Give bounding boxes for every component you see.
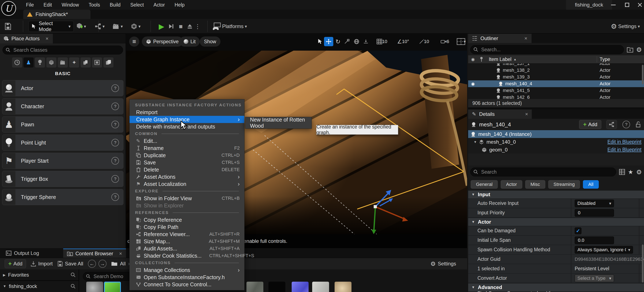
help-icon[interactable]: ? [112,193,119,201]
asset-thumbnail[interactable] [246,282,263,292]
eye-column-icon[interactable]: ◉ [471,57,475,62]
menu-item-reimport[interactable]: Reimport [130,109,244,116]
menu-select[interactable]: Select [125,0,148,10]
forward-button[interactable]: → [98,260,106,268]
camera-speed-button[interactable]: 6 [435,37,455,46]
category-geometry-icon[interactable] [80,57,91,68]
outliner-row[interactable]: mesh_141_5 Actor [468,87,644,94]
blueprints-button[interactable]: ▾ [94,21,106,31]
asset-thumbnail[interactable] [292,282,308,292]
category-volumes-icon[interactable] [92,57,102,68]
menu-item-copy-file-path[interactable]: Copy File Path [130,223,244,231]
rotation-snap-button[interactable]: ∠ 10° [393,37,413,46]
place-actor-item-pawn[interactable]: ♟ Pawn ? [2,117,124,133]
expand-arrow-icon[interactable]: ▼ [474,140,477,144]
place-actor-item-player-start[interactable]: ⚑ Player Start ? [2,153,124,169]
component-row-geom[interactable]: geom_0 Edit in Blueprint [468,146,644,153]
component-row-mesh[interactable]: ▼ mesh_140_0 Edit in Blueprint [468,138,644,146]
close-icon[interactable]: × [524,35,527,41]
favorites-row[interactable]: ▶ Favorites [0,270,78,281]
tab-fishingshack[interactable]: FishingShack* [23,10,90,19]
filter-all[interactable]: All [583,180,598,189]
menu-build[interactable]: Build [105,0,125,10]
category-vfx-icon[interactable]: ✦ [69,57,79,68]
viewport-options-button[interactable]: ≡ [129,36,139,47]
tab-output-log[interactable]: Output Log [2,249,43,258]
menu-item-shader-cook-statistics[interactable]: Shader Cook Statistics...CTRL+ALT+SHIFT+… [130,252,244,259]
details-search-input[interactable] [481,169,613,175]
menu-help[interactable]: Help [170,0,189,10]
scale-snap-button[interactable]: 10 [415,37,433,46]
search-icon[interactable] [70,272,76,278]
visibility-eye-icon[interactable]: ◉ [471,81,475,86]
outliner-row[interactable]: mesh_142_6 Actor [468,94,644,99]
stop-button[interactable]: ■ [176,21,185,31]
menu-item-asset-localization[interactable]: ⚑ Asset Localization› [130,180,244,188]
close-icon[interactable]: × [46,36,48,42]
place-actor-item-actor[interactable]: Actor ? [2,80,124,96]
edit-in-blueprint-link[interactable]: Edit in Blueprint [608,147,642,152]
import-button[interactable]: Import [31,261,53,267]
section-input[interactable]: ▼ Input [468,190,644,199]
filter-general[interactable]: General [471,180,498,189]
eject-button[interactable] [186,21,194,31]
menu-item-asset-actions[interactable]: Asset Actions› [130,173,244,180]
help-icon[interactable]: ? [112,121,119,128]
gear-icon[interactable]: ⚙ [636,168,642,176]
can-be-damaged-checkbox[interactable]: ✓ [575,227,582,234]
asset-thumbnail[interactable] [334,282,352,292]
cb-settings-button[interactable]: ⚙ Settings [430,260,456,267]
play-options-button[interactable]: ⋮ [195,21,200,31]
category-recent-icon[interactable] [12,57,22,68]
scale-tool-button[interactable] [342,37,352,46]
unlock-icon[interactable] [636,121,641,128]
menu-item-open-substanceinstancefactory[interactable]: Open SubstanceInstanceFactory.h [130,274,244,281]
place-actor-item-character[interactable]: Character ? [2,98,124,114]
submenu-item-new-instance[interactable]: New Instance of Rotten Wood [246,117,312,129]
place-actor-item-trigger-box[interactable]: Trigger Box ? [2,171,124,187]
input-priority-field[interactable]: 0 [575,209,614,217]
spawn-collision-dropdown[interactable]: Always Spawn, Ignore Collisio▾ [575,246,633,254]
help-icon[interactable]: ? [112,175,119,183]
rotate-tool-button[interactable]: ↻ [333,37,342,46]
close-icon[interactable]: × [119,251,122,257]
frame-skip-button[interactable] [167,21,176,31]
maximize-button[interactable] [624,2,631,8]
outliner-row[interactable]: mesh_139_3 Actor [468,74,644,80]
asset-thumbnail-selected[interactable] [104,282,121,292]
menu-item-manage-collections[interactable]: Manage Collections› [130,267,244,274]
world-space-button[interactable] [352,37,361,46]
category-basic-icon[interactable]: ♟ [24,57,34,68]
menu-actor[interactable]: Actor [148,0,170,10]
category-cinematic-icon[interactable] [58,57,68,68]
tab-outliner[interactable]: Outliner × [468,34,532,43]
outliner-row-selected[interactable]: ◉ mesh_140_4 Actor [468,80,644,87]
auto-receive-input-dropdown[interactable]: Disabled▾ [575,200,614,207]
asset-thumbnail[interactable] [268,282,285,292]
help-icon[interactable]: ? [112,139,119,146]
tab-content-browser[interactable]: Content Browser × [63,249,126,258]
asset-thumbnail[interactable] [86,282,103,292]
column-item-label[interactable]: Item Label [489,57,511,62]
menu-tools[interactable]: Tools [84,0,105,10]
menu-item-size-map[interactable]: Size Map...ALT+SHIFT+M [130,238,244,245]
menu-item-duplicate[interactable]: DuplicateCTRL+D [130,152,244,159]
menu-file[interactable]: File [21,0,39,10]
menu-item-edit[interactable]: ✎ Edit... [130,137,244,145]
menu-window[interactable]: Window [57,0,84,10]
surface-snap-button[interactable] [361,37,370,46]
initial-life-span-field[interactable]: 0.0 [575,237,614,244]
collapsed-arrow-icon[interactable]: ▶ [3,273,6,277]
minimize-button[interactable] [610,2,617,8]
search-classes-input[interactable] [13,47,120,53]
move-tool-button[interactable] [324,37,333,46]
place-actor-item-trigger-sphere[interactable]: Trigger Sphere ? [2,189,124,205]
show-dropdown[interactable]: Show [200,36,220,47]
create-button[interactable]: ▾ [130,21,142,31]
save-all-button[interactable]: Save All [57,261,83,267]
outliner-row[interactable]: mesh_137_1 Actor [468,63,644,67]
lit-dropdown[interactable]: Lit [180,36,200,47]
settings-dropdown[interactable]: ⚙ Settings ▾ [611,21,640,31]
menu-item-save[interactable]: SaveCTRL+S [130,159,244,166]
asset-thumbnail[interactable] [312,282,329,292]
